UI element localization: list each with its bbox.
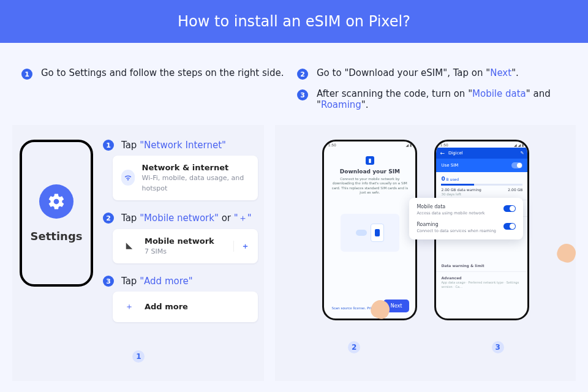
instruction-left: 1 Go to Settings and follow the steps on… xyxy=(21,67,285,110)
download-sim-illustration xyxy=(341,214,399,252)
add-more-title: Add more xyxy=(145,302,188,311)
use-sim-label: Use SIM xyxy=(441,163,458,168)
download-sim-desc: Connect to your mobile network by downlo… xyxy=(331,177,408,195)
plus-icon: ＋ xyxy=(121,299,137,315)
panel-steps-2-3: 1:50 ◢ ▮ ▮ Download your SIM Connect to … xyxy=(275,125,576,381)
mobile-data-row[interactable]: Mobile data Access data using mobile net… xyxy=(417,204,516,216)
status-bar: 1:50 ◢ ▮ xyxy=(324,141,415,148)
step-1-highlight: "Network Internet" xyxy=(140,140,226,151)
status-bar: 1:50 ◢ ◢ ▮ xyxy=(436,141,527,148)
back-icon[interactable]: ← xyxy=(440,150,445,156)
mobile-network-subtitle: 7 SIMs xyxy=(145,247,167,255)
usage-bar xyxy=(441,184,522,186)
edit-icon[interactable]: ✎ xyxy=(521,151,524,156)
badge-2: 2 xyxy=(297,69,308,80)
phones-wrap: 1:50 ◢ ▮ ▮ Download your SIM Connect to … xyxy=(282,140,570,320)
instruction-1-text: Go to Settings and follow the steps on t… xyxy=(41,67,284,78)
badge-3: 3 xyxy=(297,89,308,100)
instructions: 1 Go to Settings and follow the steps on… xyxy=(0,43,588,125)
instruction-3: 3 After scanning the code, turn on "Mobi… xyxy=(297,88,576,110)
footer-badge-1: 1 xyxy=(132,350,145,363)
mobile-data-highlight: Mobile data xyxy=(472,88,526,99)
app-bar: ← Digicel ✎ xyxy=(436,148,527,159)
mobile-network-title: Mobile network xyxy=(145,236,214,246)
network-internet-card[interactable]: Network & internet Wi-Fi, mobile, data u… xyxy=(113,156,258,200)
next-highlight: Next xyxy=(490,67,511,78)
status-icons: ◢ ◢ ▮ xyxy=(514,143,524,146)
carrier-title: Digicel xyxy=(448,151,463,156)
step-3-badge: 3 xyxy=(103,276,114,287)
step-1: 1 Tap "Network Internet" Network & inter… xyxy=(103,140,258,200)
panel-1-footer: 1 xyxy=(20,350,258,363)
badge-1: 1 xyxy=(21,69,32,80)
step-3: 3 Tap "Add more" ＋ Add more xyxy=(103,276,258,322)
mobile-data-label: Mobile data xyxy=(417,204,445,209)
step-3-highlight: "Add more" xyxy=(140,276,192,287)
settings-label: Settings xyxy=(31,230,83,243)
settings-phone: Settings xyxy=(20,140,93,287)
footer-badge-2: 2 xyxy=(348,341,360,353)
clock-icon: 1:50 xyxy=(440,143,448,146)
page-banner: How to install an eSIM on Pixel? xyxy=(0,0,588,43)
roaming-sub: Connect to data services when roaming xyxy=(417,228,496,233)
step-1-badge: 1 xyxy=(103,140,114,151)
usage-value: 0 xyxy=(441,176,445,182)
phone-digicel-settings: 1:50 ◢ ◢ ▮ ← Digicel ✎ Use SIM xyxy=(434,140,529,320)
network-internet-subtitle: Wi-Fi, mobile, data usage, and hotspot xyxy=(142,174,244,192)
steps-column: 1 Tap "Network Internet" Network & inter… xyxy=(103,140,258,334)
roaming-label: Roaming xyxy=(417,222,438,227)
panel-2-footer: 2 3 xyxy=(282,341,570,353)
gear-icon xyxy=(39,184,74,219)
clock-icon: 1:50 xyxy=(328,143,336,146)
instruction-2: 2 Go to "Download your eSIM", Tap on "Ne… xyxy=(297,67,576,80)
use-sim-row[interactable]: Use SIM xyxy=(436,159,527,172)
mobile-network-card[interactable]: Mobile network 7 SIMs ＋ xyxy=(113,229,258,264)
panel-step-1: Settings 1 Tap "Network Internet" xyxy=(12,125,264,381)
sim-chip-icon xyxy=(371,224,384,242)
footer-badge-3: 3 xyxy=(492,341,504,353)
mobile-data-overlay: Mobile data Access data using mobile net… xyxy=(409,198,523,239)
signal-icon xyxy=(121,238,137,254)
sim-icon: ▮ xyxy=(366,156,374,165)
mobile-data-toggle[interactable] xyxy=(503,205,516,212)
instruction-1: 1 Go to Settings and follow the steps on… xyxy=(21,67,285,80)
add-sim-plus[interactable]: ＋ xyxy=(233,241,249,252)
step-2: 2 Tap "Mobile network" or "＋" Mobile net… xyxy=(103,213,258,264)
status-icons: ◢ ▮ xyxy=(406,143,412,146)
advanced-label: Advanced xyxy=(441,276,461,280)
use-sim-toggle[interactable] xyxy=(511,162,522,168)
download-sim-title: Download your SIM xyxy=(331,168,408,175)
instruction-right: 2 Go to "Download your eSIM", Tap on "Ne… xyxy=(297,67,576,110)
roaming-highlight: Roaming xyxy=(321,99,361,110)
instruction-3-text: After scanning the code, turn on "Mobile… xyxy=(317,88,576,110)
data-warning-label: Data warning & limit xyxy=(441,263,484,268)
cloud-icon xyxy=(356,230,367,236)
panels: Settings 1 Tap "Network Internet" xyxy=(0,125,588,392)
page-title: How to install an eSIM on Pixel? xyxy=(178,13,410,30)
add-more-card[interactable]: ＋ Add more xyxy=(113,292,258,322)
usage-row: 0 B used 2.00 GB data warning 2.00 GB 30… xyxy=(436,172,527,200)
wifi-icon xyxy=(121,170,135,186)
roaming-toggle[interactable] xyxy=(503,223,516,230)
step-2-highlight: "Mobile network" xyxy=(140,213,219,224)
advanced-row[interactable]: Advanced App data usage · Preferred netw… xyxy=(436,272,527,292)
step-2-badge: 2 xyxy=(103,213,114,224)
step-2-highlight-plus: "＋" xyxy=(234,213,252,224)
phone-download-sim: 1:50 ◢ ▮ ▮ Download your SIM Connect to … xyxy=(322,140,417,320)
roaming-row[interactable]: Roaming Connect to data services when ro… xyxy=(417,222,516,233)
network-internet-title: Network & internet xyxy=(142,163,229,172)
mobile-data-sub: Access data using mobile network xyxy=(417,211,484,216)
data-warning-row[interactable]: Data warning & limit xyxy=(436,260,527,272)
instruction-2-text: Go to "Download your eSIM", Tap on "Next… xyxy=(317,67,519,78)
